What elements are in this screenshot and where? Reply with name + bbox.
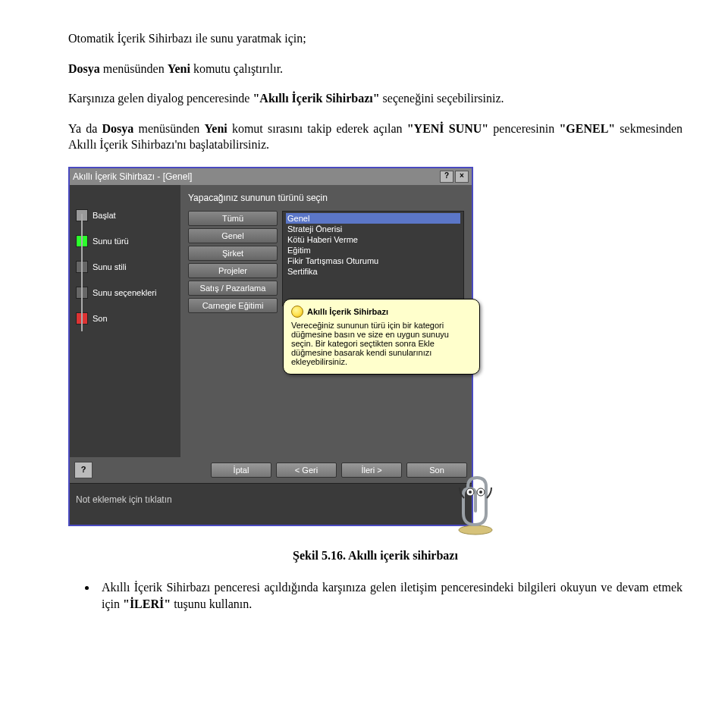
txt-yeni: Yeni: [168, 62, 190, 75]
step-label: Başlat: [93, 211, 116, 220]
paragraph-3: Karşınıza gelen diyalog penceresinde "Ak…: [68, 90, 682, 107]
help-button[interactable]: ?: [440, 171, 453, 183]
category-projects[interactable]: Projeler: [188, 263, 278, 278]
close-button[interactable]: ×: [455, 171, 469, 183]
bullet-item: Akıllı İçerik Sihirbazı penceresi açıldı…: [97, 579, 682, 612]
category-sales[interactable]: Satış / Pazarlama: [188, 281, 278, 296]
txt: Karşınıza gelen diyalog penceresinde: [68, 92, 253, 105]
clippy-icon: [449, 475, 502, 536]
bullet-list: Akıllı İçerik Sihirbazı penceresi açıldı…: [97, 579, 682, 612]
txt: "GENEL": [559, 122, 615, 135]
step-style[interactable]: Sunu stili: [76, 261, 174, 273]
step-label: Sunu stili: [93, 262, 127, 271]
svg-point-3: [469, 491, 472, 494]
category-carnegie[interactable]: Carnegie Eğitimi: [188, 298, 278, 313]
txt-ileri: "İLERİ": [123, 597, 171, 610]
list-item[interactable]: Kötü Haberi Verme: [286, 234, 460, 245]
step-start[interactable]: Başlat: [76, 209, 174, 221]
list-item[interactable]: Eğitim: [286, 245, 460, 256]
txt: tuşunu kullanın.: [171, 597, 252, 610]
step-options[interactable]: Sunu seçenekleri: [76, 287, 174, 299]
notes-hint: Not eklemek için tıklatın: [76, 494, 172, 505]
next-button[interactable]: İleri >: [341, 462, 402, 478]
txt: komut sırasını takip ederek açılan: [228, 122, 407, 135]
dialog-title: Akıllı İçerik Sihirbazı - [Genel]: [73, 171, 440, 182]
svg-point-4: [479, 491, 482, 494]
category-general[interactable]: Genel: [188, 228, 278, 243]
list-item[interactable]: Sertifika: [286, 266, 460, 277]
txt: penceresinin: [488, 122, 559, 135]
txt: menüsünden: [100, 62, 168, 75]
wizard-steps: Başlat Sunu türü Sunu stili Sunu seçenek…: [70, 185, 180, 457]
step-label: Sunu türü: [93, 237, 129, 246]
paragraph-2: Dosya menüsünden Yeni komutu çalıştırılı…: [68, 61, 682, 77]
category-column: Tümü Genel Şirket Projeler Satış / Pazar…: [188, 211, 278, 313]
txt-akilli: "Akıllı İçerik Sihirbazı": [253, 92, 379, 105]
step-label: Sunu seçenekleri: [93, 288, 156, 297]
txt: Ya da: [68, 122, 102, 135]
list-item[interactable]: Genel: [286, 213, 460, 224]
assistant-tooltip: Akıllı İçerik Sihirbazı Vereceğiniz sunu…: [283, 299, 480, 375]
list-item[interactable]: Fikir Tartışması Oturumu: [286, 256, 460, 266]
lightbulb-icon: [291, 306, 303, 318]
paragraph-intro: Otomatik İçerik Sihirbazı ile sunu yarat…: [68, 30, 682, 47]
cancel-button[interactable]: İptal: [211, 462, 271, 478]
figure-caption: Şekil 5.16. Akıllı içerik sihirbazı: [68, 549, 682, 563]
svg-point-0: [459, 525, 492, 535]
step-label: Son: [93, 314, 108, 323]
wizard-heading: Yapacağınız sununun türünü seçin: [188, 193, 464, 203]
txt: Dosya: [102, 122, 134, 135]
list-item[interactable]: Strateji Önerisi: [286, 224, 460, 234]
wizard-right: Yapacağınız sununun türünü seçin Tümü Ge…: [180, 185, 472, 457]
titlebar: Akıllı İçerik Sihirbazı - [Genel] ? ×: [70, 168, 472, 185]
txt: komutu çalıştırılır.: [190, 62, 283, 75]
txt: Yeni: [205, 122, 228, 135]
step-type[interactable]: Sunu türü: [76, 235, 174, 247]
template-list[interactable]: Genel Strateji Önerisi Kötü Haberi Verme…: [282, 211, 464, 306]
step-end[interactable]: Son: [76, 312, 174, 325]
wizard-footer: ? İptal < Geri İleri > Son: [70, 457, 472, 483]
tooltip-title: Akıllı İçerik Sihirbazı: [307, 307, 388, 316]
wizard-dialog: Akıllı İçerik Sihirbazı - [Genel] ? × Ba…: [68, 167, 473, 526]
category-company[interactable]: Şirket: [188, 246, 278, 261]
footer-help-button[interactable]: ?: [74, 462, 93, 478]
txt: seçeneğini seçebilirsiniz.: [380, 92, 504, 105]
txt: menüsünden: [133, 122, 204, 135]
category-all[interactable]: Tümü: [188, 211, 278, 226]
paragraph-4: Ya da Dosya menüsünden Yeni komut sırası…: [68, 121, 682, 153]
figure-wrapper: Akıllı İçerik Sihirbazı - [Genel] ? × Ba…: [68, 167, 682, 526]
wizard-body: Başlat Sunu türü Sunu stili Sunu seçenek…: [70, 185, 472, 457]
txt-dosya: Dosya: [68, 62, 100, 75]
tooltip-body: Vereceğiniz sununun türü için bir katego…: [291, 321, 472, 366]
notes-area[interactable]: Not eklemek için tıklatın: [70, 483, 472, 525]
step-track: [81, 214, 83, 331]
back-button[interactable]: < Geri: [276, 462, 337, 478]
txt: "YENİ SUNU": [407, 122, 489, 135]
